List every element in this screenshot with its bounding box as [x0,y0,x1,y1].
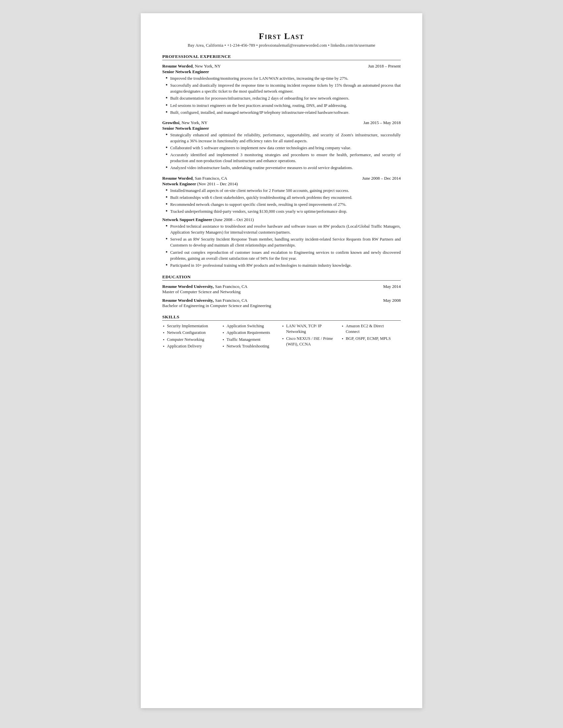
job-entry-3: Resume Worded, San Francisco, CA June 20… [162,175,401,268]
experience-section-title: Professional Experience [162,54,401,60]
bullet-item: Accurately identified and implemented 3 … [165,152,401,164]
bullet-item: Built, configured, installed, and manage… [165,110,401,115]
skill-item: Application Switching [222,323,279,329]
skill-item: Network Configuration [162,330,219,336]
bullet-item: Served as an RW Security Incident Respon… [165,236,401,248]
job-location-3: , San Francisco, CA [193,176,227,181]
edu-school-2: Resume Worded University, San Francisco,… [162,297,247,303]
job-entry-1: Resume Worded, New York, NY Jun 2018 – P… [162,63,401,115]
bullet-item: Led sessions to instruct engineers on th… [165,103,401,109]
edu-degree-1: Master of Computer Science and Networkin… [162,289,401,295]
bullet-item: Carried out complex reproduction of cust… [165,250,401,261]
job-header-3: Resume Worded, San Francisco, CA June 20… [162,175,401,181]
job-location-1: , New York, NY [193,64,221,68]
company-name-2: Growthsi [162,120,179,125]
skill-item: Application Requirements [222,330,279,336]
edu-entry-2: Resume Worded University, San Francisco,… [162,297,401,308]
edu-date-1: May 2014 [383,284,401,289]
bullet-item: Installed/managed all aspects of on-site… [165,188,401,194]
edu-location-2: San Francisco, CA [215,298,247,303]
candidate-name: First Last [162,31,401,41]
job-entry-2: Growthsi, New York, NY Jan 2015 – May 20… [162,119,401,171]
job-header-1: Resume Worded, New York, NY Jun 2018 – P… [162,63,401,69]
skill-item: LAN/ WAN, TCP/ IP Networking [282,323,339,335]
skills-col-1: Security Implementation Network Configur… [162,323,222,350]
skill-item: Amazon EC2 & Direct Connect [341,323,398,335]
bullet-item: Analyzed video infrastructure faults, un… [165,165,401,171]
skill-item: Security Implementation [162,323,219,329]
job-bullets-1: Improved the troubleshooting/monitoring … [162,75,401,115]
job-title-2: Senior Network Engineer [162,126,401,131]
skills-section-title: Skills [162,314,401,321]
edu-location-1: San Francisco, CA [215,284,247,289]
edu-school-1: Resume Worded University, San Francisco,… [162,283,247,289]
bullet-item: Collaborated with 5 software engineers t… [165,145,401,151]
skill-item: Computer Networking [162,337,219,343]
resume-page: First Last Bay Area, California • +1-234… [141,13,422,708]
company-name-3: Resume Worded [162,176,193,181]
edu-entry-1: Resume Worded University, San Francisco,… [162,283,401,295]
edu-school-name-1: Resume Worded University, [162,284,213,289]
bullet-item: Improved the troubleshooting/monitoring … [165,75,401,81]
job-title-3a: Network Engineer (Nov 2011 – Dec 2014) [162,181,401,187]
job-bullets-2: Strategically enhanced and optimized the… [162,132,401,171]
job-title-1: Senior Network Engineer [162,69,401,74]
job-bullets-3a: Installed/managed all aspects of on-site… [162,188,401,215]
contact-info: Bay Area, California • +1-234-456-789 • … [162,43,401,48]
skills-col-3: LAN/ WAN, TCP/ IP Networking Cisco NEXUS… [282,323,341,350]
job-dates-2: Jan 2015 – May 2018 [363,120,401,125]
edu-degree-2: Bachelor of Engineering in Computer Scie… [162,303,401,308]
job-header-2: Growthsi, New York, NY Jan 2015 – May 20… [162,119,401,125]
skills-col-4: Amazon EC2 & Direct Connect BGP, OSPF, E… [341,323,401,350]
job-company-1: Resume Worded, New York, NY [162,63,220,69]
skill-item: Cisco NEXUS / ISE / Prime (WiFi), CCNA [282,336,339,347]
skill-item: Application Delivery [162,343,219,349]
bullet-item: Recommended network changes to support s… [165,202,401,207]
skills-col-2: Application Switching Application Requir… [222,323,282,350]
job-dates-3: June 2008 – Dec 2014 [362,176,401,181]
job-title-3b: Network Support Engineer (June 2008 – Oc… [162,217,401,222]
bullet-item: Provided technical assistance to trouble… [165,223,401,235]
education-section-title: Education [162,274,401,281]
bullet-item: Built relationships with 6 client stakeh… [165,195,401,201]
header: First Last Bay Area, California • +1-234… [162,31,401,48]
edu-school-name-2: Resume Worded University, [162,298,213,303]
job-dates-1: Jun 2018 – Present [368,64,401,69]
bullet-item: Successfully and drastically improved th… [165,82,401,94]
bullet-item: Strategically enhanced and optimized the… [165,132,401,144]
edu-header-2: Resume Worded University, San Francisco,… [162,297,401,303]
skill-item: BGP, OSPF, ECMP, MPLS [341,336,398,342]
edu-header-1: Resume Worded University, San Francisco,… [162,283,401,289]
job-location-2: , New York, NY [179,120,208,125]
bullet-item: Participated in 10+ professional trainin… [165,262,401,268]
job-company-3: Resume Worded, San Francisco, CA [162,175,227,181]
skill-item: Traffic Management [222,337,279,343]
edu-date-2: May 2008 [383,298,401,303]
job-company-2: Growthsi, New York, NY [162,119,207,125]
skills-grid: Security Implementation Network Configur… [162,323,401,350]
bullet-item: Tracked underperforming third-party vend… [165,208,401,214]
bullet-item: Built documentation for processes/infras… [165,95,401,101]
job-bullets-3b: Provided technical assistance to trouble… [162,223,401,268]
company-name-1: Resume Worded [162,64,193,68]
skill-item: Network Troubleshooting [222,343,279,349]
